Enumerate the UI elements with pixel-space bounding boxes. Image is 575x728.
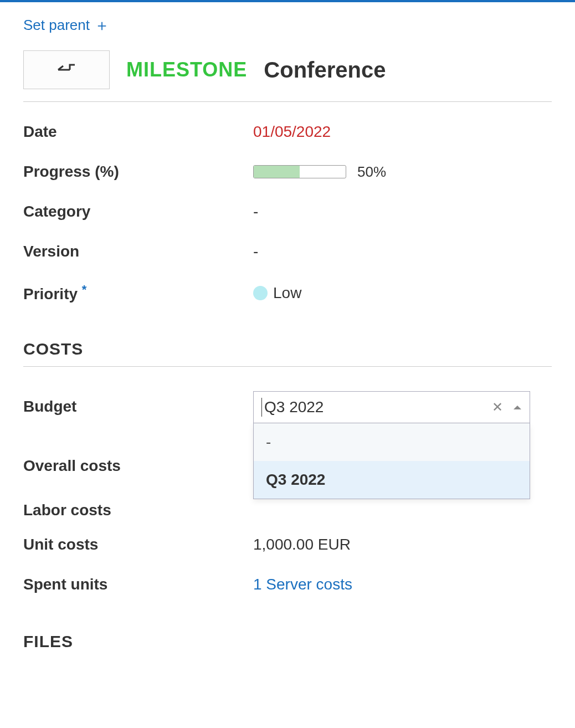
budget-option-none[interactable]: -: [254, 423, 530, 461]
category-value[interactable]: -: [253, 203, 258, 221]
header: MILESTONE Conference: [23, 50, 552, 102]
priority-label: Priority *: [23, 283, 253, 303]
budget-row: Budget Q3 2022 ✕ - Q3 20: [23, 377, 552, 499]
budget-option-q3-2022[interactable]: Q3 2022: [254, 461, 530, 499]
version-value[interactable]: -: [253, 243, 258, 260]
required-asterisk: *: [82, 283, 87, 296]
labor-costs-label: Labor costs: [23, 501, 253, 519]
plus-icon: ＋: [94, 18, 110, 33]
type-button[interactable]: [23, 50, 110, 89]
spent-units-value[interactable]: 1 Server costs: [253, 576, 352, 593]
unit-costs-label: Unit costs: [23, 536, 253, 553]
priority-value[interactable]: Low: [253, 284, 301, 302]
category-label: Category: [23, 203, 253, 221]
progress-fill: [254, 166, 300, 178]
category-row: Category -: [23, 192, 552, 232]
unit-costs-row: Unit costs 1,000.00 EUR: [23, 532, 552, 565]
budget-label: Budget: [23, 391, 253, 416]
set-parent-link[interactable]: Set parent ＋: [23, 17, 110, 34]
page-title[interactable]: Conference: [264, 58, 386, 83]
spent-units-row: Spent units 1 Server costs: [23, 565, 552, 604]
progress-text: 50%: [357, 163, 386, 181]
budget-input[interactable]: Q3 2022 ✕: [253, 391, 530, 423]
spent-units-label: Spent units: [23, 576, 253, 593]
date-label: Date: [23, 123, 253, 141]
files-section-title: FILES: [23, 632, 552, 659]
set-parent-label: Set parent: [23, 17, 90, 34]
date-row: Date 01/05/2022: [23, 112, 552, 152]
progress-bar: [253, 165, 346, 178]
progress-label: Progress (%): [23, 163, 253, 181]
unit-costs-value[interactable]: 1,000.00 EUR: [253, 536, 351, 553]
budget-dropdown: - Q3 2022: [253, 423, 530, 499]
version-label: Version: [23, 243, 253, 260]
progress-value[interactable]: 50%: [253, 163, 386, 181]
date-value[interactable]: 01/05/2022: [253, 123, 331, 141]
costs-section-title: COSTS: [23, 340, 552, 367]
version-row: Version -: [23, 232, 552, 271]
type-tag: MILESTONE: [126, 58, 247, 81]
priority-row: Priority * Low: [23, 271, 552, 314]
text-caret-icon: [261, 398, 262, 417]
clear-icon[interactable]: ✕: [492, 399, 503, 415]
budget-select[interactable]: Q3 2022 ✕ - Q3 2022: [253, 391, 530, 499]
chevron-up-icon[interactable]: [513, 404, 522, 410]
priority-dot-icon: [253, 286, 268, 300]
progress-row: Progress (%) 50%: [23, 152, 552, 192]
milestone-type-icon: [57, 64, 76, 76]
